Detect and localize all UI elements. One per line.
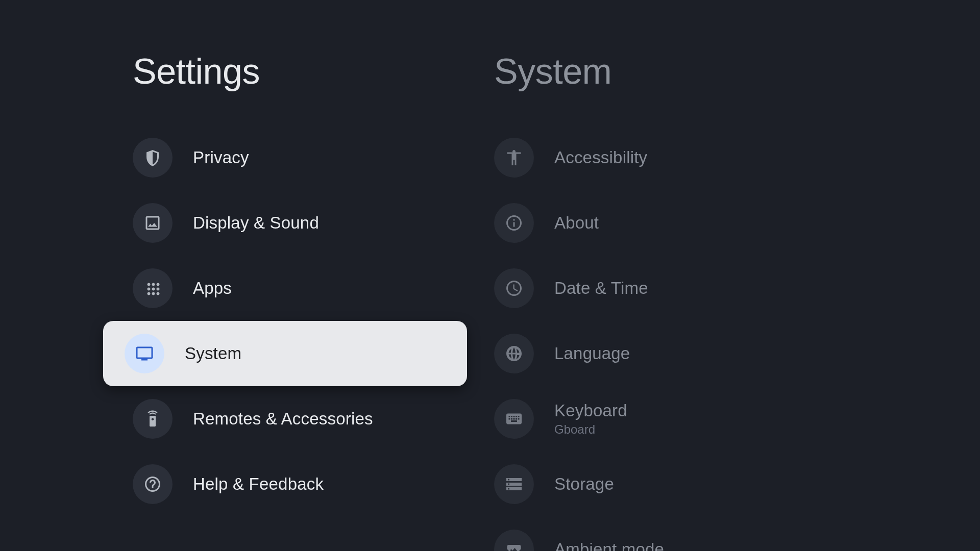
menu-label: Apps (193, 279, 232, 298)
clock-icon (494, 268, 534, 308)
menu-item-storage[interactable]: Storage (494, 452, 980, 517)
menu-label: Keyboard (554, 401, 627, 420)
menu-item-accessibility[interactable]: Accessibility (494, 125, 980, 190)
storage-icon (494, 464, 534, 504)
menu-label: About (554, 213, 599, 233)
menu-sublabel: Gboard (554, 422, 627, 437)
tv-icon (125, 334, 164, 373)
menu-label: Help & Feedback (193, 474, 324, 494)
ambient-icon (494, 530, 534, 551)
menu-item-ambient[interactable]: Ambient mode (494, 517, 980, 551)
help-icon (133, 464, 173, 504)
menu-label: System (185, 344, 241, 363)
settings-title: Settings (133, 51, 490, 92)
menu-item-display-sound[interactable]: Display & Sound (133, 190, 490, 256)
grid-icon (133, 268, 173, 308)
menu-item-help[interactable]: Help & Feedback (133, 452, 490, 517)
menu-item-datetime[interactable]: Date & Time (494, 256, 980, 321)
system-title: System (494, 51, 980, 92)
image-icon (133, 203, 173, 243)
menu-item-system[interactable]: System (103, 321, 467, 386)
menu-item-keyboard[interactable]: Keyboard Gboard (494, 386, 980, 452)
menu-label: Language (554, 344, 630, 363)
info-icon (494, 203, 534, 243)
menu-label: Remotes & Accessories (193, 409, 373, 429)
accessibility-icon (494, 138, 534, 178)
system-menu-list: Accessibility About Date & Time Language (494, 125, 980, 551)
menu-item-about[interactable]: About (494, 190, 980, 256)
menu-label: Display & Sound (193, 213, 319, 233)
settings-menu-list: Privacy Display & Sound Apps System (133, 125, 490, 517)
menu-item-privacy[interactable]: Privacy (133, 125, 490, 190)
menu-label: Ambient mode (554, 540, 664, 551)
menu-label: Date & Time (554, 279, 648, 298)
menu-item-remotes[interactable]: Remotes & Accessories (133, 386, 490, 452)
remote-icon (133, 399, 173, 439)
menu-label: Accessibility (554, 148, 647, 167)
settings-panel: Settings Privacy Display & Sound Apps Sy… (0, 0, 490, 551)
system-panel: System Accessibility About Date & Time L… (490, 0, 980, 551)
globe-icon (494, 334, 534, 373)
menu-label: Privacy (193, 148, 249, 167)
menu-item-apps[interactable]: Apps (133, 256, 490, 321)
menu-label: Storage (554, 474, 614, 494)
shield-icon (133, 138, 173, 178)
keyboard-icon (494, 399, 534, 439)
menu-item-language[interactable]: Language (494, 321, 980, 386)
